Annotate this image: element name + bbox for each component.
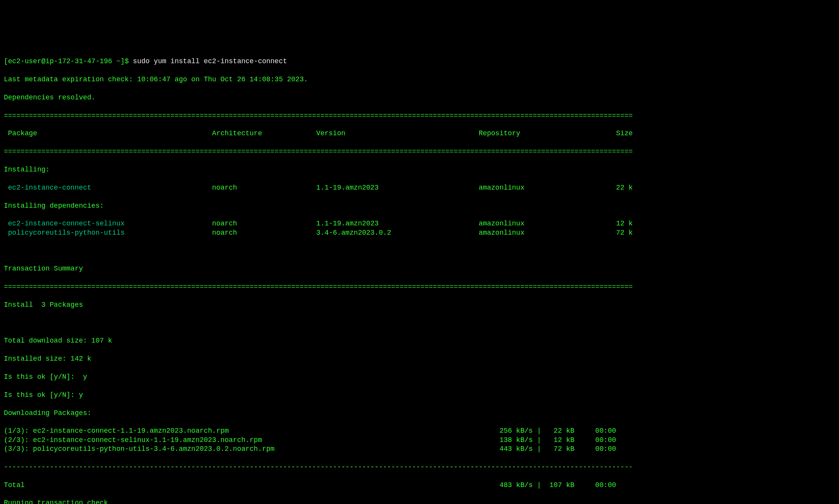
shell-prompt[interactable]: [ec2-user@ip-172-31-47-196 ~]$: [4, 57, 133, 65]
package-details: noarch 3.4-6.amzn2023.0.2 amazonlinux 72…: [212, 229, 633, 237]
confirm-prompt[interactable]: Is this ok [y/N]: y: [4, 391, 835, 400]
install-count: Install 3 Packages: [4, 301, 835, 309]
terminal-output[interactable]: [ec2-user@ip-172-31-47-196 ~]$ sudo yum …: [0, 45, 839, 504]
total-download-size: Total download size: 107 k: [4, 336, 835, 345]
hr: ========================================…: [4, 282, 835, 291]
package-details: noarch 1.1-19.amzn2023 amazonlinux 12 k: [212, 220, 633, 227]
shell-command: sudo yum install ec2-instance-connect: [133, 57, 287, 65]
table-header: Package Architecture Version Repository …: [4, 129, 835, 138]
hr-dash: ----------------------------------------…: [4, 463, 835, 472]
package-row: policycoreutils-python-utils noarch 3.4-…: [4, 228, 835, 237]
hr: ========================================…: [4, 147, 835, 156]
total-line: Total 483 kB/s | 107 kB 00:00: [4, 481, 835, 490]
tx-check-running: Running transaction check: [4, 499, 835, 504]
blank-line: [4, 247, 835, 255]
metadata-check-line: Last metadata expiration check: 10:06:47…: [4, 75, 835, 84]
package-row: ec2-instance-connect-selinux noarch 1.1-…: [4, 219, 835, 228]
package-row: ec2-instance-connect noarch 1.1-19.amzn2…: [4, 183, 835, 192]
download-line: (2/3): ec2-instance-connect-selinux-1.1-…: [4, 436, 835, 445]
blank-line: [4, 319, 835, 328]
confirm-prompt[interactable]: Is this ok [y/N]: y: [4, 373, 835, 381]
section-installing: Installing:: [4, 165, 835, 174]
download-line: (1/3): ec2-instance-connect-1.1-19.amzn2…: [4, 427, 835, 435]
downloading-label: Downloading Packages:: [4, 409, 835, 418]
download-line: (3/3): policycoreutils-python-utils-3.4-…: [4, 445, 835, 454]
hr: ========================================…: [4, 111, 835, 120]
package-name: ec2-instance-connect: [4, 184, 212, 192]
tx-summary-label: Transaction Summary: [4, 264, 835, 273]
installed-size: Installed size: 142 k: [4, 354, 835, 363]
section-installing-deps: Installing dependencies:: [4, 202, 835, 210]
package-name: ec2-instance-connect-selinux: [4, 220, 212, 227]
package-details: noarch 1.1-19.amzn2023 amazonlinux 22 k: [212, 184, 633, 192]
package-name: policycoreutils-python-utils: [4, 229, 212, 237]
shell-prompt-line: [ec2-user@ip-172-31-47-196 ~]$ sudo yum …: [4, 57, 835, 66]
deps-resolved-line: Dependencies resolved.: [4, 93, 835, 102]
